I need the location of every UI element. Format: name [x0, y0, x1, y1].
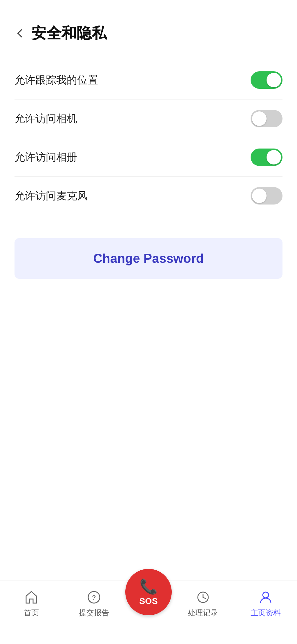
nav-label-report: 提交报告: [79, 608, 109, 618]
bottom-navigation: 首页 ? 提交报告 📞 SOS 处理记录: [0, 580, 297, 644]
page-header: 安全和隐私: [0, 0, 297, 55]
home-icon: [23, 589, 39, 605]
settings-label-camera: 允许访问相机: [15, 112, 77, 126]
sos-label: SOS: [139, 596, 157, 606]
toggle-knob-location: [267, 73, 281, 87]
settings-list: 允许跟踪我的位置 允许访问相机 允许访问相册 允许访问麦克风: [0, 55, 297, 221]
back-button[interactable]: [15, 26, 28, 40]
records-icon: [195, 589, 211, 605]
svg-text:?: ?: [92, 594, 96, 601]
nav-label-records: 处理记录: [188, 608, 218, 618]
sos-button[interactable]: 📞 SOS: [125, 569, 172, 615]
toggle-microphone[interactable]: [251, 187, 282, 205]
nav-label-profile: 主页资料: [251, 608, 281, 618]
profile-icon: [258, 589, 274, 605]
settings-item-album: 允许访问相册: [15, 138, 282, 177]
back-chevron-icon: [17, 29, 26, 37]
svg-point-3: [263, 592, 269, 598]
nav-item-sos[interactable]: 📞 SOS: [125, 569, 172, 615]
page-title: 安全和隐私: [31, 23, 107, 44]
settings-item-camera: 允许访问相机: [15, 100, 282, 138]
toggle-location[interactable]: [251, 71, 282, 89]
toggle-knob-camera: [252, 111, 267, 126]
toggle-album[interactable]: [251, 149, 282, 166]
nav-label-home: 首页: [24, 608, 39, 618]
change-password-label: Change Password: [93, 251, 204, 265]
nav-item-records[interactable]: 处理记录: [172, 586, 234, 618]
settings-item-location: 允许跟踪我的位置: [15, 61, 282, 100]
settings-item-microphone: 允许访问麦克风: [15, 177, 282, 215]
sos-phone-icon: 📞: [140, 578, 157, 595]
settings-label-location: 允许跟踪我的位置: [15, 73, 98, 87]
report-icon: ?: [86, 589, 102, 605]
toggle-camera[interactable]: [251, 110, 282, 127]
nav-item-home[interactable]: 首页: [0, 586, 63, 618]
toggle-knob-microphone: [252, 189, 267, 203]
nav-item-profile[interactable]: 主页资料: [234, 586, 297, 618]
nav-item-report[interactable]: ? 提交报告: [63, 586, 125, 618]
change-password-button[interactable]: Change Password: [15, 238, 282, 279]
toggle-knob-album: [267, 150, 281, 164]
settings-label-album: 允许访问相册: [15, 150, 77, 164]
settings-label-microphone: 允许访问麦克风: [15, 189, 88, 203]
